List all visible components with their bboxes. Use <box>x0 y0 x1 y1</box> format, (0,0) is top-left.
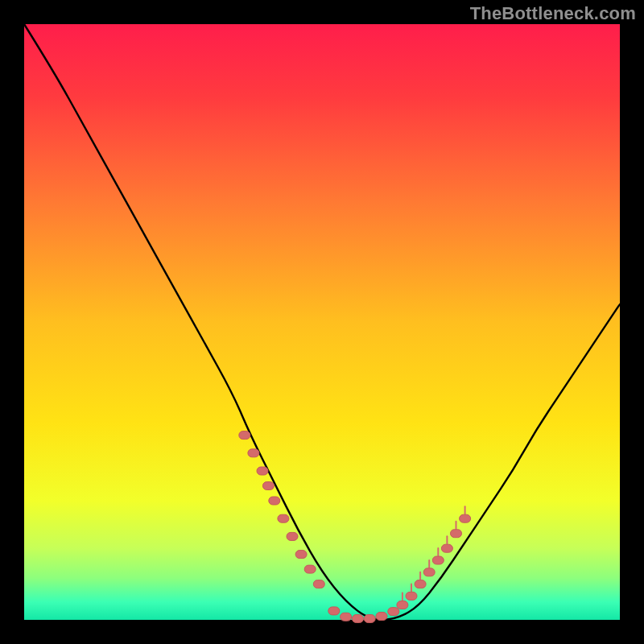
data-marker <box>313 580 324 588</box>
data-marker <box>423 568 435 576</box>
data-marker <box>269 497 280 505</box>
watermark-label: TheBottleneck.com <box>470 3 636 24</box>
data-marker <box>460 514 471 522</box>
data-marker <box>239 431 250 440</box>
data-marker <box>328 607 340 615</box>
bottleneck-chart <box>0 0 644 644</box>
data-marker <box>432 556 444 564</box>
data-marker <box>364 615 375 623</box>
plot-background <box>24 24 620 620</box>
data-marker <box>352 615 363 623</box>
data-marker <box>406 592 417 600</box>
data-marker <box>262 482 274 490</box>
chart-stage: TheBottleneck.com <box>0 0 644 644</box>
data-marker <box>397 601 408 609</box>
data-marker <box>415 580 426 588</box>
data-marker <box>341 613 352 621</box>
data-marker <box>304 565 316 573</box>
data-marker <box>451 530 462 538</box>
data-marker <box>287 532 298 540</box>
data-marker <box>257 467 268 475</box>
data-marker <box>278 514 289 522</box>
data-marker <box>376 613 387 621</box>
data-marker <box>441 544 452 552</box>
data-marker <box>248 449 259 457</box>
data-marker <box>295 551 307 559</box>
data-marker <box>388 608 399 616</box>
